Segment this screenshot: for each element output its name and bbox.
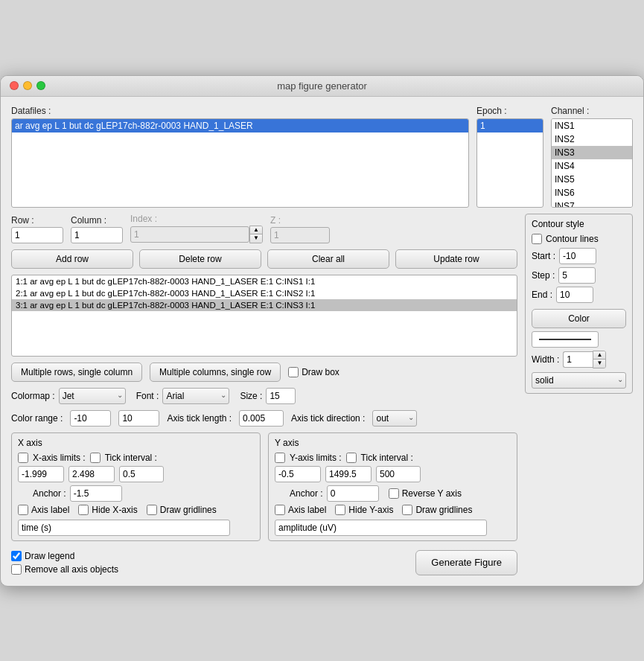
y-hide-checkbox[interactable]: [335, 505, 345, 515]
contour-lines-row: Contour lines: [532, 234, 626, 244]
y-anchor-input[interactable]: [327, 485, 379, 502]
x-anchor-input[interactable]: [70, 485, 122, 502]
add-row-button[interactable]: Add row: [11, 249, 133, 269]
remove-axis-checkbox[interactable]: [11, 564, 22, 575]
y-limits-checkbox[interactable]: [275, 453, 285, 463]
y-tick-value[interactable]: [376, 466, 421, 482]
color-preview: [532, 331, 599, 348]
channel-item-ins7[interactable]: INS7: [552, 199, 632, 208]
draw-box-checkbox[interactable]: [288, 367, 299, 377]
index-stepper-up[interactable]: ▲: [250, 226, 262, 234]
draw-box-label: Draw box: [302, 367, 339, 377]
width-stepper-up[interactable]: ▲: [593, 351, 605, 360]
epoch-listbox[interactable]: 1: [476, 118, 543, 208]
colormap-select[interactable]: Jet Hot Cool Gray Parula: [59, 388, 126, 404]
colormap-select-container: Jet Hot Cool Gray Parula: [59, 388, 126, 404]
row-input[interactable]: [11, 227, 63, 243]
delete-row-button[interactable]: Delete row: [139, 249, 261, 269]
channel-listbox[interactable]: INS1 INS2 INS3 INS4 INS5 INS6 INS7 INS8: [551, 118, 633, 208]
font-select[interactable]: Arial Helvetica Times Courier: [162, 388, 229, 404]
x-axis-label-checkbox[interactable]: [18, 505, 28, 515]
y-tick-interval-checkbox[interactable]: [346, 453, 357, 463]
contour-start-input[interactable]: [559, 248, 596, 264]
index-stepper-down[interactable]: ▼: [250, 234, 262, 243]
x-hide-checkbox[interactable]: [78, 505, 89, 515]
y-limits-row: Y-axis limits : Tick interval :: [275, 453, 511, 463]
y-values-row: [275, 466, 511, 482]
color-range-min[interactable]: [70, 410, 111, 427]
x-hide-label: Hide X-axis: [92, 505, 137, 515]
width-stepper-btns: ▲ ▼: [593, 351, 606, 368]
channel-item-ins4[interactable]: INS4: [552, 159, 632, 173]
channel-item-ins1[interactable]: INS1: [552, 119, 632, 132]
y-limits-label: Y-axis limits :: [290, 453, 342, 463]
font-select-container: Arial Helvetica Times Courier: [162, 388, 229, 404]
data-row-3[interactable]: 3:1 ar avg ep L 1 but dc gLEP17ch-882r-0…: [12, 299, 517, 311]
contour-lines-checkbox[interactable]: [532, 234, 542, 244]
remove-axis-group: Remove all axis objects: [11, 564, 118, 575]
x-min-input[interactable]: [18, 466, 64, 482]
multiple-cols-button[interactable]: Multiple columns, single row: [150, 363, 281, 382]
channel-item-ins6[interactable]: INS6: [552, 186, 632, 199]
width-input[interactable]: [563, 351, 593, 368]
y-reverse-checkbox[interactable]: [389, 488, 399, 499]
datafiles-section: Datafiles : ar avg ep L 1 but dc gLEP17c…: [11, 106, 469, 208]
clear-all-button[interactable]: Clear all: [267, 249, 389, 269]
channel-item-ins2[interactable]: INS2: [552, 132, 632, 146]
minimize-button[interactable]: [23, 81, 32, 90]
draw-legend-checkbox[interactable]: [11, 551, 22, 561]
color-button[interactable]: Color: [532, 309, 626, 328]
x-label-text-input[interactable]: [18, 520, 230, 536]
remove-axis-label: Remove all axis objects: [25, 564, 118, 575]
x-max-input[interactable]: [68, 466, 115, 482]
data-listbox[interactable]: 1:1 ar avg ep L 1 but dc gLEP17ch-882r-0…: [11, 275, 517, 357]
multiple-rows-button[interactable]: Multiple rows, single column: [11, 363, 142, 382]
channel-item-ins3[interactable]: INS3: [552, 146, 632, 159]
axis-tick-length-input[interactable]: [239, 410, 284, 427]
axis-tick-dir-container: out in both: [372, 410, 417, 427]
index-stepper-wrapper: ▲ ▼: [130, 226, 263, 243]
index-input[interactable]: [130, 226, 249, 243]
datafiles-listbox[interactable]: ar avg ep L 1 but dc gLEP17ch-882r-0003 …: [11, 118, 469, 208]
column-input[interactable]: [71, 227, 123, 243]
axis-tick-dir-select[interactable]: out in both: [372, 410, 417, 427]
x-tick-interval-checkbox[interactable]: [90, 453, 101, 463]
channel-item-ins5[interactable]: INS5: [552, 173, 632, 186]
contour-end-row: End :: [532, 287, 626, 303]
y-min-input[interactable]: [275, 466, 321, 482]
data-row-2[interactable]: 2:1 ar avg ep L 1 but dc gLEP17ch-882r-0…: [12, 287, 517, 299]
datafiles-item[interactable]: ar avg ep L 1 but dc gLEP17ch-882r-0003 …: [12, 119, 468, 132]
contour-end-input[interactable]: [556, 287, 593, 303]
generate-figure-button[interactable]: Generate Figure: [415, 550, 517, 575]
rowcol-row: Row : Column : Index : ▲ ▼: [11, 214, 517, 243]
traffic-lights: [10, 81, 45, 90]
epoch-item[interactable]: 1: [477, 119, 543, 132]
x-limits-checkbox[interactable]: [18, 453, 28, 463]
x-check-row: Axis label Hide X-axis Draw gridlines: [18, 505, 254, 515]
size-input[interactable]: [266, 388, 296, 404]
y-label-text-input[interactable]: [275, 520, 487, 536]
y-max-input[interactable]: [325, 466, 372, 482]
contour-step-input[interactable]: [558, 267, 596, 284]
y-tick-interval-label: Tick interval :: [361, 453, 413, 463]
x-values-row: [18, 466, 254, 482]
y-gridlines-checkbox[interactable]: [402, 505, 412, 515]
color-range-max[interactable]: [118, 410, 159, 427]
z-input[interactable]: [270, 227, 330, 243]
contour-start-row: Start :: [532, 248, 626, 264]
data-row-1[interactable]: 1:1 ar avg ep L 1 but dc gLEP17ch-882r-0…: [12, 275, 517, 287]
y-axis-label-checkbox[interactable]: [275, 505, 285, 515]
index-stepper-btns: ▲ ▼: [249, 226, 263, 243]
width-stepper-down[interactable]: ▼: [593, 360, 605, 368]
x-gridlines-label: Draw gridlines: [160, 505, 217, 515]
main-window: map figure generator Datafiles : ar avg …: [0, 75, 644, 587]
update-row-button[interactable]: Update row: [395, 249, 517, 269]
line-style-select[interactable]: solid dashed dotted: [532, 372, 626, 389]
contour-start-label: Start :: [532, 251, 555, 261]
contour-end-label: End :: [532, 290, 552, 300]
close-button[interactable]: [10, 81, 19, 90]
x-tick-value[interactable]: [119, 466, 164, 482]
x-gridlines-checkbox[interactable]: [147, 505, 157, 515]
y-anchor-label: Anchor :: [290, 488, 323, 499]
maximize-button[interactable]: [36, 81, 45, 90]
